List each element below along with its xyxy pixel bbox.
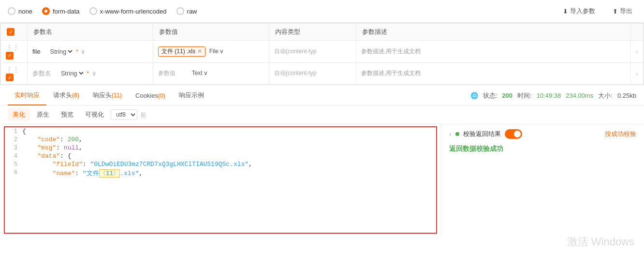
row2-expand-icon[interactable]: › [636,70,638,77]
line-num-5: 5 [5,161,22,168]
tab-req-headers-badge: (8) [72,92,79,99]
radio-circle-none [8,7,15,15]
encoding-select[interactable]: utf8 [111,109,137,120]
radio-label-raw: raw [187,8,197,15]
radio-circle-form-data [42,7,50,15]
sub-tab-beautify[interactable]: 美化 [8,108,30,121]
tab-examples-label: 响应示例 [179,91,204,99]
time-label: 时间: [517,91,532,100]
tab-cookies[interactable]: Cookies(0) [129,87,172,105]
row1-file-value: 文件 (11) .xls [161,47,195,56]
th-content-type: 内容类型 [269,24,356,41]
line-content-2: "code": 200, [22,136,436,143]
tab-req-headers[interactable]: 请求头(8) [46,86,86,105]
line-num-2: 2 [5,136,22,143]
tab-cookies-label: Cookies [135,92,158,99]
row1-name[interactable]: file [32,48,41,55]
row1-value-type-dropdown[interactable]: File ∨ [209,48,224,55]
tab-res-headers[interactable]: 响应头(11) [86,86,129,105]
globe-icon: 🌐 [470,92,478,99]
row2-name[interactable]: 参数名 [32,70,51,77]
row2-content-type-cell: 自动(content-typ [269,62,356,85]
size-value: 0.25kb [617,92,636,99]
row1-file-remove[interactable]: ✕ [197,48,202,55]
import-label: 导入参数 [570,7,595,15]
json-line-1: 1 { [5,127,436,135]
line-content-4: "data": { [22,152,436,160]
th-param-value: 参数值 [153,24,269,41]
row2-value-type: Text [192,70,203,76]
drag-handle-icon[interactable]: ⋮⋮ [6,66,19,74]
row2-value-cell: 参数值 Text ∨ [153,62,269,85]
line-num-6: 6 [5,169,22,178]
line-num-4: 4 [5,152,22,160]
copy-icon[interactable]: ⎘ [141,111,146,119]
tab-examples[interactable]: 响应示例 [172,86,211,105]
line-content-1: { [22,128,436,135]
row2-arrow-cell: › [631,62,644,85]
duration: 234.00ms [566,92,593,99]
line-num-1: 1 [5,128,22,135]
row2-value-type-dropdown[interactable]: Text ∨ [192,70,208,76]
line-content-5: "fileId": "0LDwOiEDU3mz7CRD7xQ3gLHXClTIA… [22,161,436,168]
json-panel[interactable]: 1 { 2 "code": 200, 3 "msg": null, 4 "dat… [4,126,437,234]
success-message: 返回数据校验成功 [449,145,503,152]
import-icon: ⬇ [563,8,568,15]
import-params-button[interactable]: ⬇ 导入参数 [559,5,599,17]
row1-drag-cell: ⋮⋮ ✓ [1,41,28,63]
row2-checkbox[interactable]: ✓ [6,74,14,81]
row1-required: * [76,48,78,55]
row1-content-type-cell: 自动(content-typ [269,41,356,63]
row2-value-placeholder[interactable]: 参数值 [158,70,176,76]
size-label: 大小: [598,91,613,100]
tab-realtime[interactable]: 实时响应 [8,86,46,105]
validate-label: 校验返回结果 [463,130,501,138]
row2-type-select[interactable]: String [59,69,85,77]
radio-bar: none form-data x-www-form-urlencoded raw… [0,0,644,23]
row2-dropdown-icon[interactable]: ∨ [92,70,97,77]
radio-raw[interactable]: raw [176,7,197,15]
response-status-area: 🌐 状态: 200 时间: 10:49:38 234.00ms 大小: 0.25… [470,91,636,100]
params-table: ✓ 参数名 参数值 内容类型 参数描述 ⋮⋮ ✓ file String [0,23,644,85]
sub-tab-preview[interactable]: 预览 [56,108,78,121]
row1-file-tag: 文件 (11) .xls ✕ [158,46,205,57]
radio-label-urlencoded: x-www-form-urlencoded [100,8,167,15]
status-label: 状态: [483,91,498,100]
row2-required: * [87,70,89,77]
row1-type-select[interactable]: String [48,47,74,56]
row1-desc: 参数描述,用于生成文档 [361,48,421,55]
row2-content-type: 自动(content-typ [274,70,316,76]
sub-tab-visual[interactable]: 可视化 [80,108,109,121]
chevron-right-icon[interactable]: › [449,130,452,138]
row2-drag-cell: ⋮⋮ ✓ [1,62,28,85]
row1-checkbox[interactable]: ✓ [6,52,14,60]
header-checkbox[interactable]: ✓ [7,28,15,36]
table-row: ⋮⋮ ✓ file String * ∨ 文件 (11) .xls ✕ [1,41,644,63]
row1-expand-icon[interactable]: › [636,47,638,55]
row1-dropdown-icon[interactable]: ∨ [81,48,86,55]
sub-tab-raw-label: 原生 [37,111,49,118]
radio-x-www-form-urlencoded[interactable]: x-www-form-urlencoded [89,7,167,15]
sub-tab-raw[interactable]: 原生 [32,108,54,121]
radio-label-none: none [18,8,32,15]
json-line-6: 6 "name": "文件〈11〉.xls", [5,168,436,178]
radio-none[interactable]: none [8,7,32,15]
row1-value-cell: 文件 (11) .xls ✕ File ∨ [153,41,269,63]
row2-desc-cell: 参数描述,用于生成文档 [356,62,631,85]
drag-handle-icon[interactable]: ⋮⋮ [6,44,19,51]
row1-arrow-cell: › [631,41,644,63]
table-header-row: ✓ 参数名 参数值 内容类型 参数描述 [1,24,644,41]
json-line-5: 5 "fileId": "0LDwOiEDU3mz7CRD7xQ3gLHXClT… [5,160,436,168]
json-line-4: 4 "data": { [5,152,436,160]
th-param-desc: 参数描述 [356,24,631,41]
radio-form-data[interactable]: form-data [42,7,80,15]
response-tabs-bar: 实时响应 请求头(8) 响应头(11) Cookies(0) 响应示例 🌐 状态… [0,86,644,105]
validate-row: › 校验返回结果 按成功校验 [449,129,636,139]
validate-toggle[interactable] [505,129,522,139]
row1-desc-cell: 参数描述,用于生成文档 [356,41,631,63]
export-params-button[interactable]: ⬆ 导出 [609,5,636,17]
th-action [631,24,644,41]
row1-value-type: File [209,48,219,55]
line-content-6: "name": "文件〈11〉.xls", [22,169,436,178]
validate-button[interactable]: 按成功校验 [605,130,636,138]
